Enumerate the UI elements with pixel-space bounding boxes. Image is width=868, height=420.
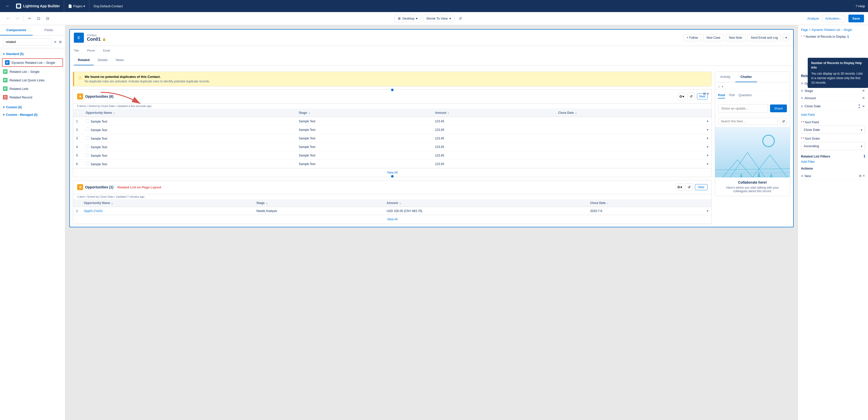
field-remove-close-date[interactable]: ✕ xyxy=(862,104,865,108)
chatter-tab-question[interactable]: Question xyxy=(739,93,752,98)
back-button[interactable]: ← xyxy=(3,1,12,10)
redo-button[interactable]: ↪ xyxy=(13,14,21,23)
amount-sort-icon-2[interactable]: ⌄ xyxy=(399,202,401,205)
svg-rect-13 xyxy=(4,88,6,88)
opp-name-sort-icon[interactable]: ⌄ xyxy=(113,111,115,114)
tab-details[interactable]: Details xyxy=(94,55,112,65)
page-tabs: Related Details News xyxy=(70,55,793,66)
row-action-btn[interactable]: ▾ xyxy=(707,119,709,123)
more-actions-button[interactable]: ▾ xyxy=(783,34,789,41)
row-action-btn[interactable]: ▾ xyxy=(707,209,709,213)
expand-icon[interactable]: ⊞ xyxy=(703,92,706,96)
device-dropdown[interactable]: 🖥 Desktop ▾ xyxy=(394,15,421,22)
drag-top-handle[interactable] xyxy=(391,88,394,92)
add-filter-button[interactable]: Add Filter xyxy=(801,160,815,163)
refresh-button[interactable]: ↺ xyxy=(456,14,464,23)
search-clear-icon[interactable]: ✕ xyxy=(54,40,57,44)
feed-search: ↺ xyxy=(715,116,790,127)
copy-button[interactable]: ⊡ xyxy=(34,14,42,23)
opp-name-link[interactable]: Opp01-Con01 xyxy=(84,209,103,213)
related-list-filters-info-icon[interactable]: ℹ xyxy=(864,154,865,158)
component-related-record[interactable]: Related Record xyxy=(0,93,65,101)
new-case-button[interactable]: New Case xyxy=(703,34,723,41)
related-list-filters-label: Related List Filters xyxy=(801,154,830,158)
action-drag-new[interactable]: ≡ xyxy=(801,174,803,178)
section-custom[interactable]: ▾ Custom (0) xyxy=(0,103,65,111)
row-action-btn[interactable]: ▾ xyxy=(707,128,709,131)
section-custom-managed-label: Custom - Managed (0) xyxy=(6,113,37,117)
send-email-button[interactable]: Send Email and Log xyxy=(747,34,781,41)
search-settings-icon[interactable]: ⚙ xyxy=(59,40,62,44)
component-related-list-quick-links[interactable]: Related List Quick Links xyxy=(0,76,65,84)
activation-button[interactable]: Activation... xyxy=(822,15,845,22)
close-date-sort-icon[interactable]: ⌄ xyxy=(575,111,577,114)
drag-bottom-handle[interactable] xyxy=(391,175,394,178)
view-all-2[interactable]: View All xyxy=(73,215,712,223)
field-remove-stage[interactable]: ✕ xyxy=(862,89,865,93)
sort-order-select[interactable]: Ascending Descending xyxy=(801,142,865,150)
td-amount: 123.45 xyxy=(432,151,555,160)
new-note-button[interactable]: New Note xyxy=(725,34,745,41)
search-input[interactable] xyxy=(3,38,52,46)
tab-fields[interactable]: Fields xyxy=(33,25,65,35)
section-standard[interactable]: ▾ Standard (5) xyxy=(0,50,65,58)
save-button[interactable]: Save xyxy=(848,14,864,22)
tab-related[interactable]: Related xyxy=(74,55,94,65)
row-action-btn[interactable]: ▾ xyxy=(707,162,709,166)
field-drag-opp-name[interactable]: ≡ xyxy=(801,81,803,85)
settings-button-2[interactable]: ⚙▾ xyxy=(676,183,683,191)
feed-sort-icon[interactable]: ↕ xyxy=(718,84,720,88)
tab-news[interactable]: News xyxy=(112,55,128,65)
new-button-2[interactable]: New xyxy=(695,184,708,190)
field-drag-close-date[interactable]: ≡ xyxy=(801,104,803,108)
row-action-btn[interactable]: ▾ xyxy=(707,137,709,140)
delete-icon[interactable]: ✕ xyxy=(707,92,710,96)
feed-search-input[interactable] xyxy=(718,118,778,125)
field-remove-amount[interactable]: ✕ xyxy=(862,96,865,100)
field-drag-amount[interactable]: ≡ xyxy=(801,96,803,100)
cut-button[interactable]: ✂ xyxy=(25,14,33,23)
component-related-lists[interactable]: Related Lists xyxy=(0,84,65,93)
refresh-button-1[interactable]: ↺ xyxy=(687,93,695,100)
row-action-btn[interactable]: ▾ xyxy=(707,153,709,157)
sort-field-select[interactable]: Close Date xyxy=(801,126,865,134)
follow-button[interactable]: + Follow xyxy=(683,34,701,41)
stage-sort-icon-2[interactable]: ⌄ xyxy=(266,202,268,205)
row-action-btn[interactable]: ▾ xyxy=(707,145,709,149)
feed-refresh-button[interactable]: ↺ xyxy=(780,118,787,125)
select-all-checkbox-1[interactable] xyxy=(76,111,80,114)
close-date-up-btn[interactable]: ▲ xyxy=(858,103,861,106)
th-amount-1: Amount ⌄ xyxy=(432,109,555,117)
action-resize-btn[interactable]: ⊠ xyxy=(859,174,862,178)
refresh-button-2[interactable]: ↺ xyxy=(685,183,693,191)
chatter-tab-post[interactable]: Post xyxy=(718,93,725,98)
share-button[interactable]: Share xyxy=(770,104,787,112)
pages-dropdown[interactable]: 📄 Pages ▾ xyxy=(64,0,89,12)
amount-sort-icon[interactable]: ⌄ xyxy=(447,111,449,114)
paste-button[interactable]: ⊟ xyxy=(43,14,52,23)
undo-button[interactable]: ↩ xyxy=(4,14,12,23)
field-phone-label: Phone xyxy=(87,49,95,52)
help-link[interactable]: ? Help xyxy=(856,4,865,8)
action-remove-btn[interactable]: ✕ xyxy=(863,174,865,178)
tab-activity[interactable]: Activity xyxy=(715,72,735,82)
settings-button-1[interactable]: ⚙▾ xyxy=(678,93,685,100)
component-related-list-single[interactable]: Related List – Single xyxy=(0,67,65,76)
add-field-button[interactable]: Add Field xyxy=(801,113,815,117)
section-custom-managed[interactable]: ▾ Custom - Managed (0) xyxy=(0,111,65,119)
chatter-tab-poll[interactable]: Poll xyxy=(729,93,735,98)
tab-chatter[interactable]: Chatter xyxy=(735,72,757,82)
chatter-input[interactable] xyxy=(718,104,768,113)
analyze-button[interactable]: Analyze xyxy=(807,17,819,20)
stage-sort-icon[interactable]: ⌄ xyxy=(308,111,310,114)
close-date-down-btn[interactable]: ▼ xyxy=(858,106,861,109)
field-drag-stage[interactable]: ≡ xyxy=(801,89,803,93)
view-dropdown[interactable]: Shrink To View ▾ xyxy=(423,15,454,22)
tab-components[interactable]: Components xyxy=(0,25,33,35)
num-records-info-icon[interactable]: ℹ xyxy=(847,35,849,39)
component-dynamic-related-list-single[interactable]: Dynamic Related List – Single xyxy=(2,58,63,67)
left-panel-tabs: Components Fields xyxy=(0,25,65,36)
opp-name-sort-icon-2[interactable]: ⌄ xyxy=(111,202,113,205)
amount-col-header: Amount ⌄ xyxy=(435,111,552,115)
td-stage: Sample Text xyxy=(296,117,432,126)
